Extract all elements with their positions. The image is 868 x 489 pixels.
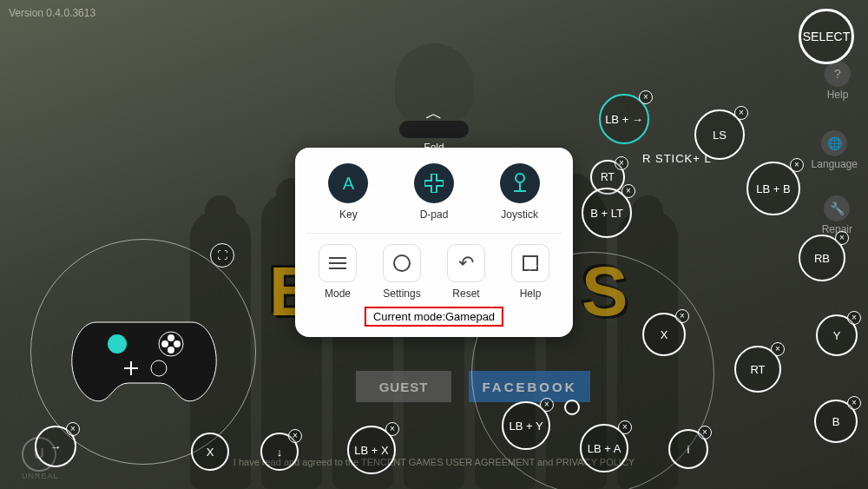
close-icon[interactable]: × [835, 231, 849, 245]
close-icon[interactable]: × [734, 106, 748, 120]
svg-point-6 [174, 340, 181, 347]
key-icon: A [328, 163, 368, 203]
map-lb-x[interactable]: LB + X× [347, 426, 396, 474]
guest-button[interactable]: GUEST [356, 371, 451, 402]
side-repair[interactable]: 🔧 Repair [822, 195, 852, 235]
close-icon[interactable]: × [618, 420, 632, 434]
side-language[interactable]: 🌐 Language [812, 130, 858, 170]
chevron-up-icon: ︿ [399, 109, 469, 117]
close-icon[interactable]: × [847, 311, 861, 325]
wrench-icon: 🔧 [824, 195, 850, 221]
help-icon: ? [825, 61, 851, 87]
joystick-icon [500, 163, 540, 203]
close-icon[interactable]: × [698, 426, 712, 439]
map-lb-a[interactable]: LB + A× [580, 424, 628, 472]
tool-settings[interactable]: Settings [370, 244, 434, 300]
mode-icon [319, 244, 357, 282]
settings-icon [383, 244, 421, 282]
controller-icon [70, 309, 218, 405]
close-icon[interactable]: × [771, 342, 785, 356]
close-icon[interactable]: × [639, 90, 653, 104]
map-rb[interactable]: RB× [799, 235, 845, 281]
map-select[interactable]: SELECT [799, 9, 854, 64]
close-icon[interactable]: × [385, 422, 399, 436]
map-close-x[interactable]: X [191, 433, 229, 471]
close-icon[interactable]: × [621, 184, 635, 198]
close-icon[interactable]: × [540, 398, 554, 412]
map-y[interactable]: Y× [816, 314, 858, 356]
right-stick-label: R STICK+ L [642, 152, 712, 165]
close-icon[interactable]: × [847, 396, 861, 410]
tool-dpad[interactable]: D-pad [401, 163, 466, 221]
map-x[interactable]: X× [642, 313, 686, 356]
tool-joystick[interactable]: Joystick [487, 163, 552, 221]
dpad-icon [414, 163, 454, 203]
map-rt[interactable]: RT× [734, 346, 781, 393]
close-icon[interactable]: × [790, 158, 804, 172]
map-b[interactable]: B× [814, 400, 858, 443]
globe-icon: 🌐 [821, 130, 847, 156]
svg-point-5 [161, 340, 168, 347]
svg-point-0 [516, 174, 524, 182]
close-icon[interactable]: × [675, 309, 689, 323]
tool-key[interactable]: A Key [316, 163, 381, 221]
close-icon[interactable]: × [615, 156, 628, 170]
map-ls[interactable]: LS× [694, 109, 745, 160]
map-lb-y[interactable]: LB + Y× [502, 401, 550, 450]
version-label: Version 0.4.0.3613 [9, 7, 95, 19]
expand-icon[interactable]: ⛶ [210, 243, 234, 268]
svg-point-3 [108, 334, 127, 354]
map-lb-right[interactable]: LB + →× [599, 94, 649, 144]
tool-reset[interactable]: ↶ Reset [434, 244, 498, 300]
side-help-label: Help [827, 89, 849, 101]
panel-tools-top: A Key D-pad Joystick [306, 163, 562, 221]
map-dot-small[interactable] [564, 400, 580, 415]
map-right-arrow[interactable]: →× [35, 426, 76, 467]
fold-handle [399, 121, 469, 138]
svg-point-7 [168, 334, 174, 341]
panel-divider [306, 233, 562, 234]
svg-point-8 [168, 347, 174, 354]
close-icon[interactable]: × [66, 422, 80, 436]
map-b-lt[interactable]: B + LT× [582, 188, 632, 238]
map-lb-b[interactable]: LB + B× [746, 162, 800, 215]
map-i[interactable]: i× [668, 429, 708, 469]
side-help[interactable]: ? Help [825, 61, 851, 101]
close-icon[interactable]: × [288, 429, 302, 443]
reset-icon: ↶ [447, 244, 485, 282]
side-language-label: Language [812, 158, 858, 170]
tool-mode[interactable]: Mode [306, 244, 370, 300]
map-down[interactable]: ↓× [260, 433, 299, 471]
